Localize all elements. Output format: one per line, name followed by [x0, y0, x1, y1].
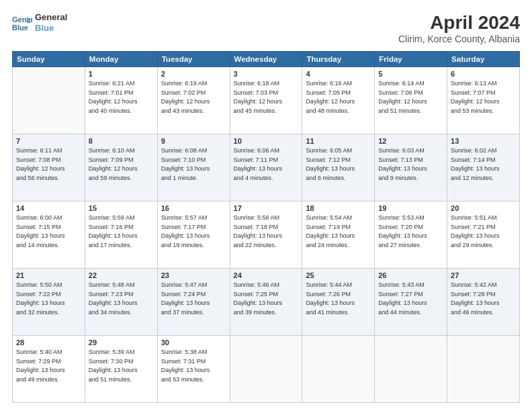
day-info: Sunrise: 6:10 AM Sunset: 7:09 PM Dayligh…: [89, 146, 154, 183]
day-info: Sunrise: 6:13 AM Sunset: 7:07 PM Dayligh…: [451, 79, 516, 116]
calendar-cell: 3Sunrise: 6:18 AM Sunset: 7:03 PM Daylig…: [230, 67, 302, 134]
day-info: Sunrise: 6:03 AM Sunset: 7:13 PM Dayligh…: [378, 146, 443, 183]
day-info: Sunrise: 6:19 AM Sunset: 7:02 PM Dayligh…: [161, 79, 226, 116]
day-number: 25: [306, 271, 371, 279]
day-info: Sunrise: 5:57 AM Sunset: 7:17 PM Dayligh…: [161, 214, 226, 250]
calendar-cell: 27Sunrise: 5:42 AM Sunset: 7:28 PM Dayli…: [447, 269, 520, 336]
header: General Blue General Blue April 2024 Cli…: [12, 12, 520, 44]
logo-name: General: [35, 12, 67, 23]
main-title: April 2024: [398, 12, 520, 34]
calendar-cell: 28Sunrise: 5:40 AM Sunset: 7:29 PM Dayli…: [13, 336, 85, 403]
calendar-cell: 7Sunrise: 6:11 AM Sunset: 7:08 PM Daylig…: [13, 134, 85, 201]
day-info: Sunrise: 6:21 AM Sunset: 7:01 PM Dayligh…: [89, 79, 154, 116]
day-number: 3: [234, 70, 299, 78]
day-number: 29: [89, 338, 154, 347]
calendar-cell: [230, 336, 302, 403]
day-number: 28: [16, 338, 81, 347]
day-number: 16: [161, 204, 226, 212]
weekday-monday: Monday: [85, 52, 157, 67]
weekday-wednesday: Wednesday: [230, 52, 302, 67]
day-info: Sunrise: 6:14 AM Sunset: 7:06 PM Dayligh…: [378, 79, 443, 116]
calendar-cell: 1Sunrise: 6:21 AM Sunset: 7:01 PM Daylig…: [85, 67, 157, 134]
day-info: Sunrise: 5:50 AM Sunset: 7:22 PM Dayligh…: [16, 281, 81, 317]
calendar-cell: 25Sunrise: 5:44 AM Sunset: 7:26 PM Dayli…: [302, 269, 375, 336]
day-info: Sunrise: 5:48 AM Sunset: 7:23 PM Dayligh…: [89, 281, 154, 317]
day-info: Sunrise: 5:46 AM Sunset: 7:25 PM Dayligh…: [234, 281, 299, 317]
day-number: 26: [378, 271, 443, 279]
day-number: 8: [89, 137, 154, 145]
day-info: Sunrise: 6:11 AM Sunset: 7:08 PM Dayligh…: [16, 146, 81, 183]
calendar-cell: 17Sunrise: 5:56 AM Sunset: 7:18 PM Dayli…: [230, 201, 302, 269]
day-number: 7: [16, 137, 81, 145]
day-number: 17: [234, 204, 299, 212]
day-info: Sunrise: 5:59 AM Sunset: 7:16 PM Dayligh…: [89, 214, 154, 250]
day-number: 22: [89, 271, 154, 279]
day-number: 4: [306, 70, 371, 78]
day-info: Sunrise: 5:39 AM Sunset: 7:30 PM Dayligh…: [89, 348, 154, 384]
calendar-cell: 19Sunrise: 5:53 AM Sunset: 7:20 PM Dayli…: [375, 201, 447, 269]
day-info: Sunrise: 6:06 AM Sunset: 7:11 PM Dayligh…: [234, 146, 299, 183]
calendar-cell: 20Sunrise: 5:51 AM Sunset: 7:21 PM Dayli…: [447, 201, 520, 269]
calendar-cell: [447, 336, 520, 403]
calendar-cell: 21Sunrise: 5:50 AM Sunset: 7:22 PM Dayli…: [13, 269, 85, 336]
day-info: Sunrise: 5:40 AM Sunset: 7:29 PM Dayligh…: [16, 348, 81, 384]
day-number: 9: [161, 137, 226, 145]
day-info: Sunrise: 6:18 AM Sunset: 7:03 PM Dayligh…: [234, 79, 299, 116]
calendar-cell: 13Sunrise: 6:02 AM Sunset: 7:14 PM Dayli…: [447, 134, 520, 201]
calendar-cell: 12Sunrise: 6:03 AM Sunset: 7:13 PM Dayli…: [375, 134, 447, 201]
weekday-header-row: SundayMondayTuesdayWednesdayThursdayFrid…: [13, 52, 520, 67]
day-number: 1: [89, 70, 154, 78]
day-info: Sunrise: 5:47 AM Sunset: 7:24 PM Dayligh…: [161, 281, 226, 317]
weekday-friday: Friday: [375, 52, 447, 67]
calendar-cell: 23Sunrise: 5:47 AM Sunset: 7:24 PM Dayli…: [157, 269, 230, 336]
svg-text:Blue: Blue: [12, 24, 28, 32]
day-number: 30: [161, 338, 226, 347]
day-info: Sunrise: 5:38 AM Sunset: 7:31 PM Dayligh…: [161, 348, 226, 384]
day-info: Sunrise: 6:02 AM Sunset: 7:14 PM Dayligh…: [451, 146, 516, 183]
calendar: SundayMondayTuesdayWednesdayThursdayFrid…: [12, 51, 520, 403]
day-number: 27: [451, 271, 516, 279]
calendar-week-5: 28Sunrise: 5:40 AM Sunset: 7:29 PM Dayli…: [13, 336, 520, 403]
day-info: Sunrise: 5:56 AM Sunset: 7:18 PM Dayligh…: [234, 214, 299, 250]
calendar-cell: 29Sunrise: 5:39 AM Sunset: 7:30 PM Dayli…: [85, 336, 157, 403]
day-number: 15: [89, 204, 154, 212]
calendar-week-2: 7Sunrise: 6:11 AM Sunset: 7:08 PM Daylig…: [13, 134, 520, 201]
calendar-cell: 18Sunrise: 5:54 AM Sunset: 7:19 PM Dayli…: [302, 201, 375, 269]
calendar-cell: 4Sunrise: 6:16 AM Sunset: 7:05 PM Daylig…: [302, 67, 375, 134]
day-number: 2: [161, 70, 226, 78]
calendar-cell: 9Sunrise: 6:08 AM Sunset: 7:10 PM Daylig…: [157, 134, 230, 201]
day-info: Sunrise: 5:54 AM Sunset: 7:19 PM Dayligh…: [306, 214, 371, 250]
calendar-cell: 6Sunrise: 6:13 AM Sunset: 7:07 PM Daylig…: [447, 67, 520, 134]
subtitle: Clirim, Korce County, Albania: [398, 34, 520, 44]
logo-blue: Blue: [35, 23, 67, 34]
day-info: Sunrise: 6:08 AM Sunset: 7:10 PM Dayligh…: [161, 146, 226, 183]
day-info: Sunrise: 6:05 AM Sunset: 7:12 PM Dayligh…: [306, 146, 371, 183]
day-number: 6: [451, 70, 516, 78]
day-number: 20: [451, 204, 516, 212]
calendar-cell: 26Sunrise: 5:43 AM Sunset: 7:27 PM Dayli…: [375, 269, 447, 336]
weekday-sunday: Sunday: [13, 52, 85, 67]
day-number: 24: [234, 271, 299, 279]
day-info: Sunrise: 5:53 AM Sunset: 7:20 PM Dayligh…: [378, 214, 443, 250]
day-number: 13: [451, 137, 516, 145]
day-number: 10: [234, 137, 299, 145]
calendar-cell: 16Sunrise: 5:57 AM Sunset: 7:17 PM Dayli…: [157, 201, 230, 269]
calendar-cell: [302, 336, 375, 403]
calendar-cell: 11Sunrise: 6:05 AM Sunset: 7:12 PM Dayli…: [302, 134, 375, 201]
day-number: 14: [16, 204, 81, 212]
day-number: 12: [378, 137, 443, 145]
calendar-cell: 30Sunrise: 5:38 AM Sunset: 7:31 PM Dayli…: [157, 336, 230, 403]
calendar-week-3: 14Sunrise: 6:00 AM Sunset: 7:15 PM Dayli…: [13, 201, 520, 269]
calendar-week-4: 21Sunrise: 5:50 AM Sunset: 7:22 PM Dayli…: [13, 269, 520, 336]
day-number: 18: [306, 204, 371, 212]
calendar-cell: 15Sunrise: 5:59 AM Sunset: 7:16 PM Dayli…: [85, 201, 157, 269]
calendar-cell: 14Sunrise: 6:00 AM Sunset: 7:15 PM Dayli…: [13, 201, 85, 269]
calendar-cell: [375, 336, 447, 403]
calendar-cell: 24Sunrise: 5:46 AM Sunset: 7:25 PM Dayli…: [230, 269, 302, 336]
day-number: 5: [378, 70, 443, 78]
weekday-thursday: Thursday: [302, 52, 375, 67]
calendar-cell: 8Sunrise: 6:10 AM Sunset: 7:09 PM Daylig…: [85, 134, 157, 201]
day-info: Sunrise: 5:51 AM Sunset: 7:21 PM Dayligh…: [451, 214, 516, 250]
day-number: 19: [378, 204, 443, 212]
page: General Blue General Blue April 2024 Cli…: [0, 0, 532, 411]
